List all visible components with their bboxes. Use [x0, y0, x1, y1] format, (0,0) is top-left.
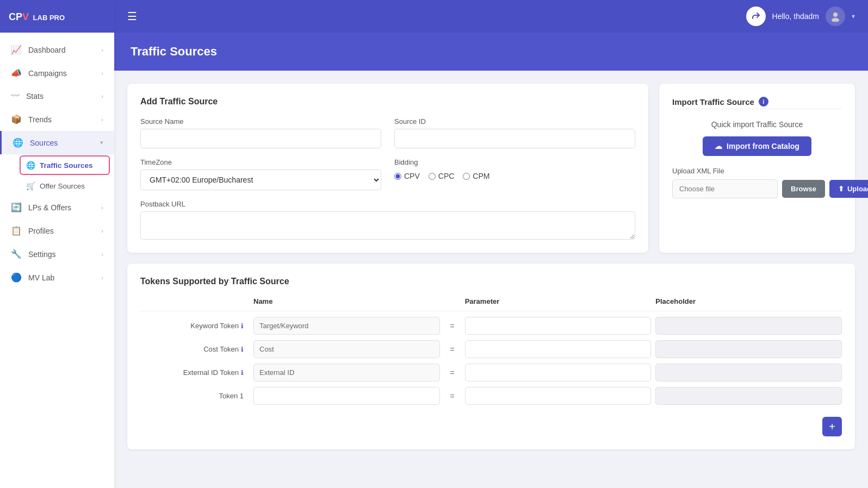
stats-icon: 〰: [11, 91, 20, 101]
sidebar-item-stats[interactable]: 〰 Stats ›: [0, 85, 114, 108]
bidding-cpv-radio[interactable]: [394, 173, 401, 180]
chevron-down-icon: ▾: [100, 139, 103, 146]
timezone-group: TimeZone GMT+02:00 Europe/Bucharest GMT+…: [140, 158, 381, 190]
offer-sources-icon: 🛒: [26, 182, 35, 190]
topbar-link-icon[interactable]: [746, 7, 766, 26]
source-name-input[interactable]: [140, 129, 381, 148]
sources-icon: 🌐: [13, 137, 23, 148]
chevron-icon: ›: [101, 93, 103, 99]
bidding-cpc-radio[interactable]: [429, 173, 436, 180]
bidding-label: Bidding: [394, 158, 635, 166]
chevron-icon: ›: [101, 70, 103, 77]
divider: [672, 109, 842, 109]
external-id-token-url-input[interactable]: [655, 364, 842, 381]
add-row-container: +: [140, 411, 842, 436]
chevron-icon: ›: [101, 274, 103, 281]
timezone-label: TimeZone: [140, 158, 381, 166]
table-row: Cost Token ℹ =: [140, 340, 842, 358]
sidebar-item-label: MV Lab: [28, 273, 54, 282]
profiles-icon: 📋: [11, 226, 22, 236]
external-id-token-parameter-input[interactable]: [465, 364, 652, 381]
traffic-sources-icon: 🌐: [26, 161, 35, 170]
top-row: Add Traffic Source Source Name Source ID: [127, 84, 855, 253]
sidebar-item-lps-offers[interactable]: 🔄 LPs & Offers ›: [0, 196, 114, 219]
source-name-label: Source Name: [140, 117, 381, 126]
sidebar-item-label: Campaigns: [28, 69, 67, 78]
topbar-avatar[interactable]: [826, 7, 845, 26]
sidebar-item-profiles[interactable]: 📋 Profiles ›: [0, 219, 114, 242]
external-id-token-label: External ID Token ℹ: [140, 368, 249, 377]
bidding-cpm-label[interactable]: CPM: [463, 172, 489, 180]
upload-button[interactable]: ⬆ Upload: [829, 180, 868, 198]
bidding-cpc-label[interactable]: CPC: [429, 172, 455, 180]
sidebar-item-dashboard[interactable]: 📈 Dashboard ›: [0, 38, 114, 61]
cost-token-equals: =: [444, 345, 461, 354]
sidebar-item-campaigns[interactable]: 📣 Campaigns ›: [0, 61, 114, 85]
table-row: Token 1 =: [140, 387, 842, 405]
cloud-icon: ☁: [715, 142, 722, 151]
token1-parameter-input[interactable]: [465, 387, 652, 405]
postback-url-textarea[interactable]: [140, 211, 635, 240]
add-form-title: Add Traffic Source: [140, 97, 635, 107]
th-equals-spacer: [444, 297, 461, 305]
external-id-token-info-icon[interactable]: ℹ: [241, 369, 244, 377]
timezone-select[interactable]: GMT+02:00 Europe/Bucharest GMT+00:00 UTC…: [140, 170, 381, 190]
source-name-id-row: Source Name Source ID: [140, 117, 635, 148]
import-title-text: Import Traffic Source: [672, 97, 754, 107]
svg-point-0: [833, 12, 838, 17]
keyword-token-url-input[interactable]: [655, 317, 842, 335]
sidebar-item-label: LPs & Offers: [28, 203, 71, 212]
chevron-icon: ›: [101, 228, 103, 234]
keyword-token-info-icon[interactable]: ℹ: [241, 322, 244, 330]
sidebar-subitem-label: Offer Sources: [40, 182, 85, 190]
topbar-chevron[interactable]: ▾: [852, 12, 855, 20]
cost-token-name-input[interactable]: [253, 340, 440, 358]
sidebar-item-label: Dashboard: [28, 46, 66, 54]
token1-equals: =: [444, 392, 461, 401]
hamburger-menu-button[interactable]: ☰: [127, 10, 137, 23]
file-name-input[interactable]: [672, 179, 778, 198]
bidding-cpm-radio[interactable]: [463, 173, 470, 180]
sidebar-item-sources[interactable]: 🌐 Sources ▾: [0, 131, 114, 154]
logo-text: CPV LAB PRO: [9, 10, 65, 23]
token1-url-input[interactable]: [655, 387, 842, 405]
th-parameter: Parameter: [465, 297, 652, 305]
sidebar: CPV LAB PRO 📈 Dashboard › 📣 Campaigns › …: [0, 0, 114, 488]
postback-url-label: Postback URL: [140, 200, 635, 208]
cost-token-label: Cost Token ℹ: [140, 345, 249, 353]
sidebar-item-settings[interactable]: 🔧 Settings ›: [0, 242, 114, 266]
sidebar-item-offer-sources[interactable]: 🛒 Offer Sources: [0, 176, 114, 196]
link-icon: [752, 12, 760, 21]
topbar: ☰ Hello, thdadm ▾: [114, 0, 868, 33]
sidebar-nav: 📈 Dashboard › 📣 Campaigns › 〰 Stats › 📦 …: [0, 33, 114, 488]
keyword-token-parameter-input[interactable]: [465, 317, 652, 335]
upload-xml-section: Upload XML File Browse ⬆ Upload: [672, 167, 842, 198]
import-from-catalog-button[interactable]: ☁ Import from Catalog: [703, 136, 811, 156]
sidebar-item-traffic-sources[interactable]: 🌐 Traffic Sources: [20, 155, 110, 175]
sidebar-item-mv-lab[interactable]: 🔵 MV Lab ›: [0, 266, 114, 289]
add-traffic-source-card: Add Traffic Source Source Name Source ID: [127, 84, 648, 253]
tokens-title: Tokens Supported by Traffic Source: [140, 277, 842, 286]
import-catalog-btn-label: Import from Catalog: [727, 142, 799, 151]
cost-token-parameter-input[interactable]: [465, 340, 652, 358]
source-id-label: Source ID: [394, 117, 635, 126]
cost-token-info-icon[interactable]: ℹ: [241, 346, 244, 353]
quick-import-label: Quick import Traffic Source: [672, 120, 842, 129]
sidebar-item-label: Sources: [30, 139, 58, 147]
external-id-token-name-input[interactable]: [253, 364, 440, 381]
import-info-icon[interactable]: i: [759, 97, 768, 107]
token1-name-input[interactable]: [253, 387, 440, 405]
sidebar-item-trends[interactable]: 📦 Trends ›: [0, 108, 114, 131]
add-token-row-button[interactable]: +: [822, 417, 842, 436]
cost-token-url-input[interactable]: [655, 340, 842, 358]
settings-icon: 🔧: [11, 249, 22, 259]
keyword-token-name-input[interactable]: [253, 317, 440, 335]
source-id-input[interactable]: [394, 129, 635, 148]
topbar-greeting: Hello, thdadm: [772, 12, 819, 21]
main-wrapper: ☰ Hello, thdadm ▾ Traffic Sources: [114, 0, 868, 488]
sidebar-item-label: Profiles: [28, 227, 54, 235]
import-card-title: Import Traffic Source i: [672, 97, 842, 107]
upload-xml-label: Upload XML File: [672, 167, 842, 175]
browse-button[interactable]: Browse: [782, 180, 825, 198]
bidding-cpv-label[interactable]: CPV: [394, 172, 420, 180]
